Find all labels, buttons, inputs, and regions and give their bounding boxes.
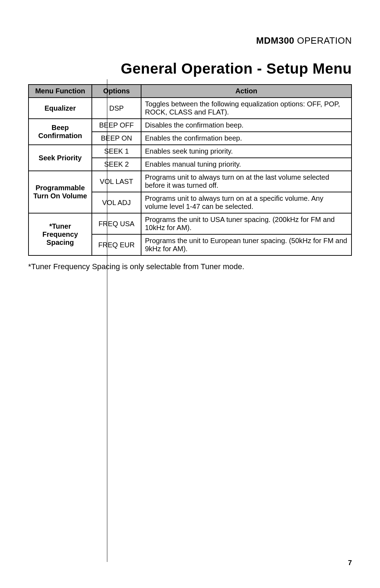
menu-function-cell: Seek Priority <box>28 145 92 171</box>
menu-function-cell: Equalizer <box>28 98 92 119</box>
table-row: Seek Priority SEEK 1 Enables seek tuning… <box>28 145 352 158</box>
section-header: MDM300 OPERATION <box>28 35 352 46</box>
option-cell: DSP <box>92 98 141 119</box>
table-row: *Tuner Frequency Spacing FREQ USA Progra… <box>28 213 352 234</box>
option-cell: FREQ USA <box>92 213 141 234</box>
action-cell: Disables the confirmation beep. <box>141 119 352 132</box>
product-name: MDM300 <box>256 35 294 46</box>
action-cell: Enables manual tuning priority. <box>141 158 352 171</box>
table-row: Programmable Turn On Volume VOL LAST Pro… <box>28 171 352 192</box>
option-cell: SEEK 2 <box>92 158 141 171</box>
option-cell: FREQ EUR <box>92 234 141 255</box>
action-cell: Programs the unit to USA tuner spacing. … <box>141 213 352 234</box>
menu-function-cell: Beep Confirmation <box>28 119 92 145</box>
column-header-action: Action <box>141 85 352 98</box>
vertical-rule <box>107 79 107 562</box>
menu-function-cell: *Tuner Frequency Spacing <box>28 213 92 255</box>
action-cell: Enables the confirmation beep. <box>141 132 352 145</box>
menu-function-cell: Programmable Turn On Volume <box>28 171 92 213</box>
setup-menu-table: Menu Function Options Action Equalizer D… <box>28 84 352 256</box>
action-cell: Programs unit to always turn on at the l… <box>141 171 352 192</box>
table-row: Equalizer DSP Toggles between the follow… <box>28 98 352 119</box>
column-header-options: Options <box>92 85 141 98</box>
option-cell: SEEK 1 <box>92 145 141 158</box>
option-cell: BEEP ON <box>92 132 141 145</box>
option-cell: BEEP OFF <box>92 119 141 132</box>
action-cell: Programs unit to always turn on at a spe… <box>141 192 352 213</box>
column-header-menu-function: Menu Function <box>28 85 92 98</box>
page-title: General Operation - Setup Menu <box>28 60 352 77</box>
section-name: OPERATION <box>297 35 352 46</box>
option-cell: VOL LAST <box>92 171 141 192</box>
action-cell: Toggles between the following equalizati… <box>141 98 352 119</box>
table-row: Beep Confirmation BEEP OFF Disables the … <box>28 119 352 132</box>
action-cell: Enables seek tuning priority. <box>141 145 352 158</box>
action-cell: Programs the unit to European tuner spac… <box>141 234 352 255</box>
footnote: *Tuner Frequency Spacing is only selecta… <box>28 262 352 271</box>
option-cell: VOL ADJ <box>92 192 141 213</box>
page-number: 7 <box>348 559 352 567</box>
